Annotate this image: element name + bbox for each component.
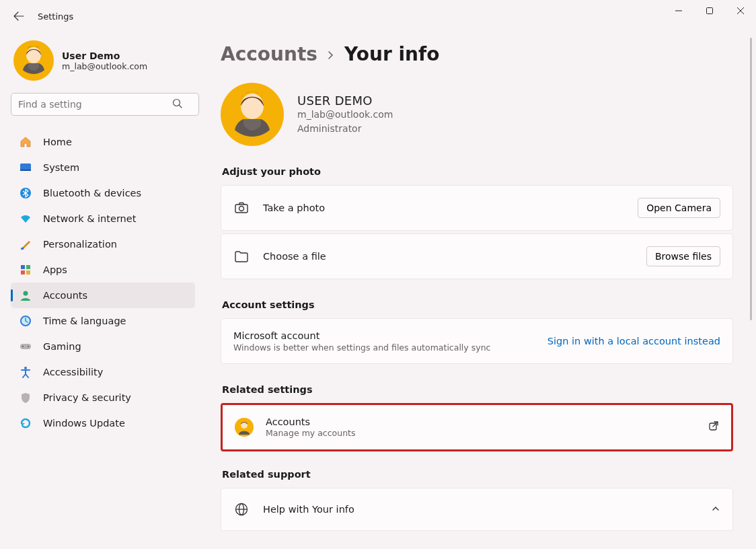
minimize-icon xyxy=(675,7,682,14)
svg-point-22 xyxy=(24,367,27,369)
sidebar-item-accounts[interactable]: Accounts xyxy=(11,283,195,308)
choose-file-row: Choose a file Browse files xyxy=(221,233,733,279)
accessibility-icon xyxy=(19,365,32,379)
globe-icon xyxy=(233,501,250,517)
sidebar: User Demo m_lab@outlook.com Home System … xyxy=(0,32,202,549)
svg-rect-1 xyxy=(707,8,713,14)
sidebar-item-label: Home xyxy=(43,137,72,147)
back-button[interactable] xyxy=(12,9,26,23)
sidebar-item-label: Windows Update xyxy=(43,418,125,429)
close-icon xyxy=(737,7,744,14)
user-name: User Demo xyxy=(62,50,147,61)
related-accounts-row[interactable]: Accounts Manage my accounts xyxy=(221,403,733,451)
section-title-support: Related support xyxy=(222,469,733,480)
ms-account-sub: Windows is better when settings and file… xyxy=(233,342,547,353)
avatar xyxy=(13,40,54,81)
folder-icon xyxy=(233,248,250,264)
help-row[interactable]: Help with Your info xyxy=(221,488,733,531)
sidebar-item-label: Gaming xyxy=(43,341,81,352)
sidebar-item-network[interactable]: Network & internet xyxy=(11,206,195,231)
user-email: m_lab@outlook.com xyxy=(62,61,147,71)
brush-icon xyxy=(19,237,32,251)
camera-icon xyxy=(233,200,250,216)
window-title: Settings xyxy=(38,11,73,22)
svg-point-6 xyxy=(174,100,180,106)
help-label: Help with Your info xyxy=(263,504,711,515)
wifi-icon xyxy=(19,212,32,225)
sidebar-item-label: Apps xyxy=(43,264,67,275)
sidebar-item-accessibility[interactable]: Accessibility xyxy=(11,359,195,385)
profile-email: m_lab@outlook.com xyxy=(297,108,393,121)
nav: Home System Bluetooth & devices Network … xyxy=(11,129,195,436)
sidebar-item-home[interactable]: Home xyxy=(11,129,195,155)
accounts-avatar-icon xyxy=(235,418,254,437)
sidebar-item-label: Accounts xyxy=(43,290,87,301)
svg-point-20 xyxy=(22,346,24,347)
sidebar-user[interactable]: User Demo m_lab@outlook.com xyxy=(11,40,195,81)
sidebar-item-label: Privacy & security xyxy=(43,392,131,403)
sidebar-item-label: Personalization xyxy=(43,239,117,250)
titlebar: Settings xyxy=(0,0,756,32)
main: Accounts Your info USER DEMO m_lab@outl xyxy=(202,32,756,549)
choose-file-label: Choose a file xyxy=(263,251,646,262)
home-icon xyxy=(19,135,32,149)
maximize-icon xyxy=(706,7,713,14)
search-input[interactable] xyxy=(11,93,199,116)
window-controls xyxy=(663,0,756,22)
ms-account-label: Microsoft account xyxy=(233,330,547,341)
section-title-photo: Adjust your photo xyxy=(222,166,733,177)
external-link-icon xyxy=(708,420,719,434)
sidebar-item-personalization[interactable]: Personalization xyxy=(11,231,195,257)
minimize-button[interactable] xyxy=(663,0,694,22)
related-accounts-label: Accounts xyxy=(266,416,708,427)
sidebar-item-privacy[interactable]: Privacy & security xyxy=(11,385,195,410)
apps-icon xyxy=(19,263,32,277)
svg-rect-25 xyxy=(235,205,248,213)
microsoft-account-row: Microsoft account Windows is better when… xyxy=(221,318,733,364)
sidebar-item-label: Accessibility xyxy=(43,367,103,377)
svg-point-26 xyxy=(239,207,244,211)
profile-role: Administrator xyxy=(297,122,393,135)
sidebar-item-time[interactable]: Time & language xyxy=(11,308,195,334)
chevron-up-icon xyxy=(711,503,720,516)
sidebar-item-label: Bluetooth & devices xyxy=(43,188,141,198)
browse-files-button[interactable]: Browse files xyxy=(646,246,720,266)
profile-block: USER DEMO m_lab@outlook.com Administrato… xyxy=(221,83,733,146)
svg-rect-9 xyxy=(20,170,31,171)
shield-icon xyxy=(19,391,32,404)
take-photo-row: Take a photo Open Camera xyxy=(221,185,733,231)
bluetooth-icon xyxy=(19,186,32,200)
maximize-button[interactable] xyxy=(694,0,725,22)
close-button[interactable] xyxy=(725,0,756,22)
breadcrumb-parent[interactable]: Accounts xyxy=(221,43,317,65)
sidebar-item-apps[interactable]: Apps xyxy=(11,257,195,283)
sidebar-item-bluetooth[interactable]: Bluetooth & devices xyxy=(11,180,195,206)
svg-line-7 xyxy=(180,106,182,108)
search-icon xyxy=(172,98,183,112)
breadcrumb-current: Your info xyxy=(344,43,439,65)
search-container xyxy=(11,93,195,116)
open-camera-button[interactable]: Open Camera xyxy=(638,198,720,218)
svg-rect-19 xyxy=(20,344,31,349)
profile-name: USER DEMO xyxy=(297,94,393,108)
arrow-left-icon xyxy=(13,11,24,22)
clock-icon xyxy=(19,314,32,328)
sidebar-item-label: Network & internet xyxy=(43,213,136,224)
person-icon xyxy=(19,289,32,302)
scrollbar[interactable] xyxy=(750,38,752,320)
sidebar-item-update[interactable]: Windows Update xyxy=(11,410,195,436)
update-icon xyxy=(19,416,32,430)
gaming-icon xyxy=(19,340,32,353)
sidebar-item-system[interactable]: System xyxy=(11,155,195,180)
svg-point-21 xyxy=(28,346,29,347)
take-photo-label: Take a photo xyxy=(263,203,638,213)
svg-rect-13 xyxy=(26,265,30,269)
breadcrumb: Accounts Your info xyxy=(221,43,733,65)
related-accounts-sub: Manage my accounts xyxy=(266,428,708,438)
sidebar-item-gaming[interactable]: Gaming xyxy=(11,334,195,359)
svg-point-16 xyxy=(24,291,28,296)
local-account-link[interactable]: Sign in with a local account instead xyxy=(547,336,720,346)
chevron-right-icon xyxy=(327,48,335,62)
avatar-large xyxy=(221,83,284,146)
section-title-account: Account settings xyxy=(222,299,733,310)
